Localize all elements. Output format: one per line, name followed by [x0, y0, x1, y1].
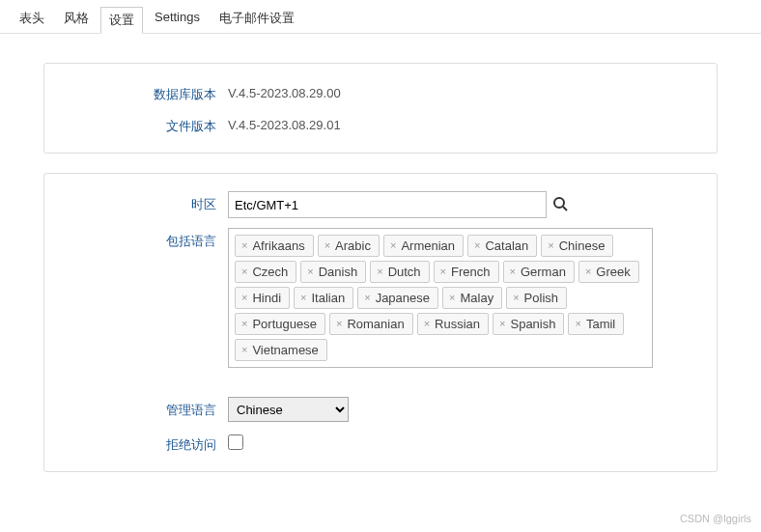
close-icon[interactable]: × [241, 319, 247, 329]
include-langs-label: 包括语言 [64, 228, 228, 250]
lang-tag[interactable]: ×Chinese [541, 235, 613, 257]
lang-tag-label: Japanese [376, 291, 430, 305]
admin-lang-row: 管理语言 Chinese [64, 397, 697, 422]
close-icon[interactable]: × [336, 319, 342, 329]
lang-tag-label: Greek [596, 265, 630, 279]
close-icon[interactable]: × [377, 266, 382, 277]
tab-header[interactable]: 表头 [12, 6, 52, 33]
deny-access-label: 拒绝访问 [64, 432, 228, 454]
lang-tag[interactable]: ×German [503, 261, 575, 283]
close-icon[interactable]: × [307, 266, 313, 277]
lang-tag[interactable]: ×Russian [417, 313, 489, 335]
lang-tag-label: Arabic [335, 238, 371, 253]
tab-email-settings[interactable]: 电子邮件设置 [211, 6, 302, 33]
lang-tag-label: German [521, 265, 566, 279]
lang-tag[interactable]: ×Afrikaans [235, 235, 314, 257]
include-langs-row: 包括语言 ×Afrikaans×Arabic×Armenian×Catalan×… [64, 228, 697, 368]
lang-tag-label: Russian [435, 317, 480, 331]
include-langs-box[interactable]: ×Afrikaans×Arabic×Armenian×Catalan×Chine… [228, 228, 653, 368]
lang-tag-label: Danish [319, 265, 357, 279]
close-icon[interactable]: × [575, 319, 580, 329]
admin-lang-select[interactable]: Chinese [228, 397, 349, 422]
lang-tag[interactable]: ×Polish [506, 287, 567, 309]
lang-tag-label: Dutch [388, 265, 421, 279]
close-icon[interactable]: × [510, 266, 516, 277]
lang-tag[interactable]: ×Armenian [383, 235, 464, 257]
close-icon[interactable]: × [585, 266, 591, 277]
close-icon[interactable]: × [300, 293, 306, 303]
lang-tag[interactable]: ×Vietnamese [235, 339, 327, 361]
lang-tag-label: Hindi [252, 291, 281, 305]
timezone-label: 时区 [64, 191, 228, 213]
lang-tag-label: Romanian [347, 317, 404, 331]
search-icon[interactable] [552, 196, 568, 214]
lang-tag-label: Czech [252, 265, 288, 279]
lang-tag[interactable]: ×Danish [300, 261, 366, 283]
lang-tag-label: Spanish [510, 317, 555, 331]
lang-tag-label: Vietnamese [252, 343, 318, 357]
lang-tag-label: Afrikaans [252, 238, 304, 253]
file-version-label: 文件版本 [64, 113, 228, 135]
svg-point-0 [554, 198, 564, 208]
close-icon[interactable]: × [241, 266, 247, 277]
lang-tag[interactable]: ×French [434, 261, 499, 283]
close-icon[interactable]: × [324, 240, 330, 251]
lang-tag-label: Chinese [559, 238, 606, 253]
deny-access-row: 拒绝访问 [64, 432, 697, 454]
close-icon[interactable]: × [390, 240, 396, 251]
lang-tag[interactable]: ×Portuguese [235, 313, 325, 335]
file-version-row: 文件版本 V.4.5-2023.08.29.01 [64, 113, 697, 135]
deny-access-checkbox[interactable] [228, 434, 243, 450]
lang-tag-label: Catalan [485, 238, 528, 253]
tab-bar: 表头 风格 设置 Settings 电子邮件设置 [0, 0, 761, 34]
close-icon[interactable]: × [474, 240, 480, 251]
version-panel: 数据库版本 V.4.5-2023.08.29.00 文件版本 V.4.5-202… [43, 63, 718, 154]
timezone-row: 时区 [64, 191, 697, 218]
settings-panel: 时区 包括语言 ×Afrikaans×Arabic×Armenian×Catal… [43, 173, 718, 472]
lang-tag-label: Polish [524, 291, 558, 305]
close-icon[interactable]: × [449, 293, 455, 303]
close-icon[interactable]: × [364, 293, 370, 303]
lang-tag[interactable]: ×Romanian [329, 313, 413, 335]
close-icon[interactable]: × [241, 293, 247, 303]
lang-tag[interactable]: ×Japanese [357, 287, 438, 309]
close-icon[interactable]: × [548, 240, 553, 251]
lang-tag[interactable]: ×Czech [235, 261, 296, 283]
lang-tag-label: Portuguese [252, 317, 317, 331]
watermark: CSDN @lggirls [680, 513, 751, 524]
lang-tag[interactable]: ×Hindi [235, 287, 290, 309]
tab-settings-en[interactable]: Settings [147, 6, 208, 33]
close-icon[interactable]: × [440, 266, 446, 277]
file-version-value: V.4.5-2023.08.29.01 [228, 113, 697, 132]
timezone-input[interactable] [228, 191, 547, 218]
db-version-label: 数据库版本 [64, 81, 228, 103]
db-version-row: 数据库版本 V.4.5-2023.08.29.00 [64, 81, 697, 103]
db-version-value: V.4.5-2023.08.29.00 [228, 81, 697, 100]
lang-tag[interactable]: ×Spanish [493, 313, 564, 335]
lang-tag[interactable]: ×Malay [442, 287, 502, 309]
lang-tag-label: Italian [312, 291, 346, 305]
content-area: 数据库版本 V.4.5-2023.08.29.00 文件版本 V.4.5-202… [0, 34, 761, 520]
lang-tag[interactable]: ×Greek [578, 261, 639, 283]
close-icon[interactable]: × [499, 319, 505, 329]
lang-tag[interactable]: ×Dutch [370, 261, 429, 283]
lang-tag[interactable]: ×Italian [294, 287, 353, 309]
lang-tag-label: Armenian [401, 238, 455, 253]
lang-tag[interactable]: ×Arabic [318, 235, 380, 257]
lang-tag-label: Tamil [586, 317, 615, 331]
lang-tag-label: French [451, 265, 490, 279]
close-icon[interactable]: × [241, 240, 247, 251]
lang-tag[interactable]: ×Catalan [467, 235, 537, 257]
admin-lang-label: 管理语言 [64, 397, 228, 419]
tab-settings-cn[interactable]: 设置 [100, 7, 143, 34]
close-icon[interactable]: × [513, 293, 519, 303]
close-icon[interactable]: × [424, 319, 430, 329]
tab-style[interactable]: 风格 [56, 6, 97, 33]
lang-tag[interactable]: ×Tamil [568, 313, 624, 335]
lang-tag-label: Malay [460, 291, 493, 305]
svg-line-1 [563, 207, 567, 210]
close-icon[interactable]: × [241, 345, 247, 355]
